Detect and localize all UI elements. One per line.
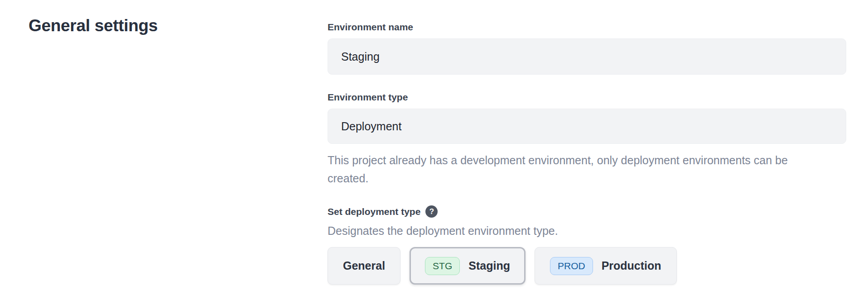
environment-type-label: Environment type [328,92,846,103]
deployment-type-label: Set deployment type [328,206,420,217]
environment-form: Environment name Environment type This p… [328,0,846,285]
environment-type-input[interactable] [328,109,846,144]
settings-page: General settings Environment name Enviro… [0,0,868,285]
environment-name-group: Environment name [328,22,846,75]
deployment-type-description: Designates the deployment environment ty… [328,224,846,238]
page-title: General settings [29,16,328,35]
question-mark-help-icon[interactable]: ? [425,205,438,218]
section-header-column: General settings [29,0,328,285]
deployment-type-options: General STG Staging PROD Production [328,247,846,285]
staging-button-label: Staging [468,259,510,272]
prod-badge: PROD [550,257,593,275]
deployment-type-general-button[interactable]: General [328,247,400,285]
environment-type-group: Environment type This project already ha… [328,92,846,187]
deployment-type-label-row: Set deployment type ? [328,205,846,218]
production-button-label: Production [602,259,661,272]
environment-type-help-text: This project already has a development e… [328,151,826,187]
deployment-type-production-button[interactable]: PROD Production [535,247,677,285]
deployment-type-staging-button[interactable]: STG Staging [410,247,526,285]
environment-name-label: Environment name [328,22,846,33]
stg-badge: STG [425,257,460,275]
environment-name-input[interactable] [328,38,846,75]
general-button-label: General [343,259,385,272]
